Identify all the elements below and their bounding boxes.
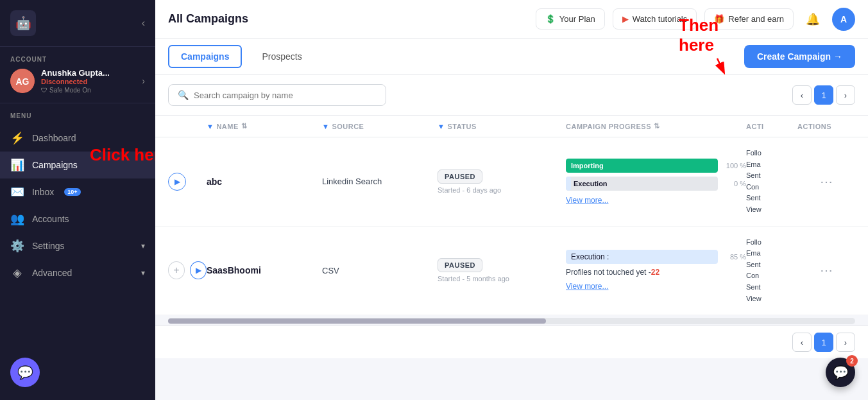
- row1-play-button[interactable]: ▶: [168, 173, 186, 191]
- row1-status-col: PAUSED Started - 6 days ago: [438, 170, 566, 194]
- dashboard-icon: ⚡: [10, 131, 24, 145]
- advanced-icon: ◈: [10, 266, 24, 280]
- content-area: 🔍 ‹ 1 › ▼ NAME ⇅ ▼ SOURCE: [155, 75, 868, 400]
- row1-status-badge: PAUSED: [438, 170, 482, 184]
- sidebar-item-label: Campaigns: [32, 160, 78, 170]
- watch-tutorials-button[interactable]: ▶ Watch tutorials: [613, 8, 697, 30]
- chat-bubble-icon: 💬: [833, 365, 849, 380]
- tab-campaigns[interactable]: Campaigns: [168, 45, 242, 68]
- account-details: Anushka Gupta... Disconnected 🛡 Safe Mod…: [41, 68, 135, 94]
- account-arrow-icon: ›: [142, 76, 145, 86]
- row1-status-time: Started - 6 days ago: [438, 186, 566, 194]
- th-actions: [168, 122, 207, 130]
- user-avatar-button[interactable]: A: [832, 8, 855, 31]
- account-label: ACCOUNT: [10, 56, 145, 63]
- bottom-pagination-prev-button[interactable]: ‹: [792, 333, 812, 352]
- svg-text:AG: AG: [16, 76, 30, 87]
- filter-status-icon: ▼: [438, 123, 445, 130]
- sidebar-item-settings[interactable]: ⚙️ Settings ▾: [0, 232, 155, 259]
- row2-progress-col: Execution : 85 % Profiles not touched ye…: [566, 250, 746, 291]
- row1-exec-bar: Execution 0 %: [566, 177, 746, 191]
- shield-icon: 🛡: [41, 87, 47, 94]
- bottom-pagination-next-button[interactable]: ›: [836, 333, 855, 352]
- menu-label: MENU: [0, 112, 155, 119]
- row1-progress-col: Importing 100 % Execution 0 % Vie: [566, 159, 746, 205]
- sidebar-item-advanced[interactable]: ◈ Advanced ▾: [0, 259, 155, 286]
- account-section: ACCOUNT AG Anushka Gupta... Disconnected…: [0, 47, 155, 103]
- th-status: ▼ STATUS: [438, 122, 566, 130]
- then-arrow-svg: [679, 55, 730, 74]
- campaigns-table: ▼ NAME ⇅ ▼ SOURCE ▼ STATUS CAMPAIGN PROG…: [155, 116, 868, 315]
- sidebar-item-label: Advanced: [32, 268, 72, 278]
- inbox-icon: ✉️: [10, 185, 24, 199]
- row1-more-btn[interactable]: ⋯: [797, 174, 855, 189]
- account-status: Disconnected: [41, 78, 135, 85]
- your-plan-button[interactable]: 💲 Your Plan: [536, 8, 605, 30]
- avatar: AG: [10, 69, 35, 93]
- sidebar-collapse-btn[interactable]: ‹: [142, 17, 145, 29]
- chat-bubble-button[interactable]: 💬 2: [826, 358, 855, 387]
- chat-icon: 💬: [17, 365, 33, 380]
- sidebar-item-inbox[interactable]: ✉️ Inbox 10+: [0, 178, 155, 205]
- support-button[interactable]: 💬: [10, 358, 40, 387]
- row2-status-badge: PAUSED: [438, 258, 482, 272]
- row1-view-more[interactable]: View more...: [566, 196, 746, 205]
- row2-exec-pct: 85 %: [723, 253, 746, 261]
- bell-icon: 🔔: [806, 12, 820, 26]
- th-source: ▼ SOURCE: [322, 122, 438, 130]
- row2-controls: + ▶: [168, 261, 207, 279]
- sidebar-item-label: Dashboard: [32, 133, 76, 143]
- table-row: + ▶ SaasBhoomi CSV PAUSED Started - 5 mo…: [155, 227, 868, 316]
- th-progress: CAMPAIGN PROGRESS ⇅: [566, 122, 746, 130]
- sidebar-item-accounts[interactable]: 👥 Accounts: [0, 205, 155, 232]
- topbar: All Campaigns 💲 Your Plan ▶ Watch tutori…: [155, 0, 868, 39]
- row2-more-btn[interactable]: ⋯: [797, 263, 855, 278]
- row1-controls: ▶: [168, 173, 207, 191]
- account-name: Anushka Gupta...: [41, 68, 135, 78]
- row2-plus-button[interactable]: +: [168, 261, 185, 279]
- notifications-button[interactable]: 🔔: [801, 8, 824, 31]
- inbox-badge: 10+: [64, 188, 80, 196]
- page-title: All Campaigns: [168, 12, 528, 26]
- accounts-icon: 👥: [10, 212, 24, 226]
- row1-name: abc: [207, 177, 322, 187]
- row1-importing-pct: 100 %: [723, 162, 746, 170]
- sidebar-item-label: Accounts: [32, 214, 69, 224]
- th-actions-label: ACTIONS: [797, 122, 855, 130]
- sidebar-item-campaigns[interactable]: 📊 Campaigns Click here: [0, 152, 155, 178]
- pagination-next-button[interactable]: ›: [836, 85, 855, 105]
- refer-earn-button[interactable]: 🎁 Refer and earn: [704, 8, 794, 30]
- sidebar: 🤖 ‹ ACCOUNT AG Anushka Gupta... Disconne…: [0, 0, 155, 400]
- create-campaign-button[interactable]: Create Campaign →: [744, 45, 855, 68]
- pagination-prev-button[interactable]: ‹: [792, 85, 812, 105]
- sidebar-item-dashboard[interactable]: ⚡ Dashboard: [0, 125, 155, 152]
- row2-view-more[interactable]: View more...: [566, 282, 746, 291]
- row1-exec-pct: 0 %: [723, 180, 746, 187]
- account-safe-mode: 🛡 Safe Mode On: [41, 87, 135, 94]
- search-input[interactable]: [194, 91, 377, 100]
- th-name: ▼ NAME ⇅: [207, 122, 322, 130]
- main-content: All Campaigns 💲 Your Plan ▶ Watch tutori…: [155, 0, 868, 400]
- row2-play-button[interactable]: ▶: [190, 261, 207, 279]
- chat-badge: 2: [846, 355, 858, 367]
- sort-progress-icon[interactable]: ⇅: [654, 122, 660, 130]
- row2-status-col: PAUSED Started - 5 months ago: [438, 258, 566, 283]
- search-box[interactable]: 🔍: [168, 84, 386, 106]
- gift-icon: 🎁: [714, 14, 724, 24]
- user-icon: A: [840, 14, 847, 24]
- menu-section: MENU ⚡ Dashboard 📊 Campaigns Click here …: [0, 103, 155, 400]
- row2-profiles-note: Profiles not touched yet -22: [566, 268, 746, 277]
- account-info[interactable]: AG Anushka Gupta... Disconnected 🛡 Safe …: [10, 68, 145, 94]
- sort-name-icon[interactable]: ⇅: [241, 122, 248, 130]
- bottom-pagination-page-button[interactable]: 1: [814, 333, 833, 352]
- filter-source-icon: ▼: [322, 123, 329, 130]
- pagination-page-button[interactable]: 1: [814, 85, 833, 105]
- row2-name: SaasBhoomi: [207, 265, 322, 275]
- sidebar-item-label: Settings: [32, 241, 65, 251]
- row1-importing-bar: Importing 100 %: [566, 159, 746, 173]
- table-header: ▼ NAME ⇅ ▼ SOURCE ▼ STATUS CAMPAIGN PROG…: [155, 116, 868, 137]
- campaigns-icon: 📊: [10, 158, 24, 172]
- settings-arrow-icon: ▾: [141, 241, 145, 250]
- row1-actions-preview: FolloEmaSentConSentView: [746, 148, 797, 216]
- tab-prospects[interactable]: Prospects: [250, 46, 314, 67]
